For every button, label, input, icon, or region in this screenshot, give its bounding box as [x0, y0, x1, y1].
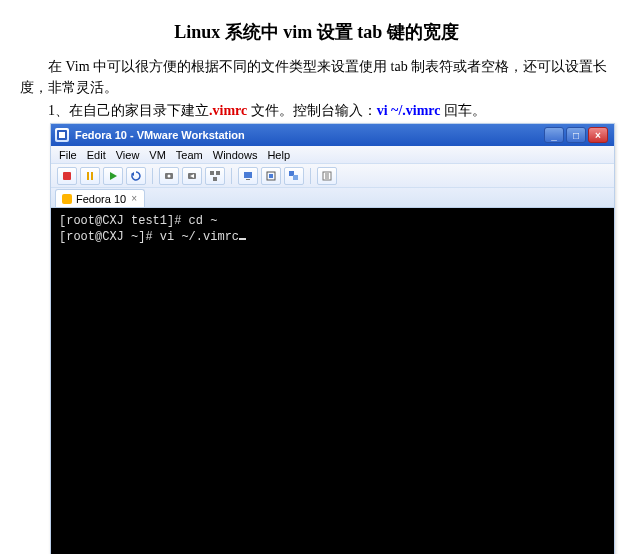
svg-rect-2: [63, 172, 71, 180]
svg-rect-3: [87, 172, 89, 180]
paragraph-step1: 1、在自己的家目录下建立.vimrc 文件。控制台输入：vi ~/.vimrc …: [10, 100, 623, 121]
summary-button[interactable]: [317, 167, 337, 185]
svg-rect-11: [210, 171, 214, 175]
menu-view[interactable]: View: [116, 149, 140, 161]
tab-bar: Fedora 10 ×: [51, 188, 614, 208]
terminal-line-2: [root@CXJ ~]# vi ~/.vimrc: [59, 230, 239, 244]
p2-text-a: 1、在自己的家目录下建立: [48, 103, 209, 118]
terminal[interactable]: [root@CXJ test1]# cd ~ [root@CXJ ~]# vi …: [51, 208, 614, 554]
menu-edit[interactable]: Edit: [87, 149, 106, 161]
snapshot-revert-button[interactable]: [182, 167, 202, 185]
fullscreen-button[interactable]: [261, 167, 281, 185]
menu-file[interactable]: File: [59, 149, 77, 161]
menu-team[interactable]: Team: [176, 149, 203, 161]
tab-label: Fedora 10: [76, 193, 126, 205]
svg-rect-14: [244, 172, 252, 178]
toolbar-separator: [231, 168, 232, 184]
svg-rect-13: [213, 177, 217, 181]
toolbar-separator: [310, 168, 311, 184]
terminal-line-1: [root@CXJ test1]# cd ~: [59, 214, 217, 228]
window-title: Fedora 10 - VMware Workstation: [75, 129, 544, 141]
maximize-button[interactable]: □: [566, 127, 586, 143]
p2-vimrc-red: .vimrc: [209, 103, 247, 118]
menu-windows[interactable]: Windows: [213, 149, 258, 161]
show-console-button[interactable]: [238, 167, 258, 185]
menubar: File Edit View VM Team Windows Help: [51, 146, 614, 164]
page-title: Linux 系统中 vim 设置 tab 键的宽度: [10, 20, 623, 44]
tab-close-button[interactable]: ×: [130, 193, 138, 204]
svg-rect-17: [269, 174, 273, 178]
snapshot-manager-button[interactable]: [205, 167, 225, 185]
tab-fedora10[interactable]: Fedora 10 ×: [55, 189, 145, 207]
svg-rect-15: [246, 179, 250, 180]
toolbar-separator: [152, 168, 153, 184]
close-button[interactable]: ×: [588, 127, 608, 143]
reset-button[interactable]: [126, 167, 146, 185]
titlebar[interactable]: Fedora 10 - VMware Workstation _ □ ×: [51, 124, 614, 146]
power-on-button[interactable]: [103, 167, 123, 185]
paragraph-intro: 在 Vim 中可以很方便的根据不同的文件类型来设置使用 tab 制表符或者空格，…: [10, 56, 623, 98]
vmware-app-icon: [55, 128, 69, 142]
p2-cmd-blue: vi ~/.vimrc: [377, 103, 441, 118]
power-off-button[interactable]: [57, 167, 77, 185]
minimize-button[interactable]: _: [544, 127, 564, 143]
fedora-icon: [62, 194, 72, 204]
snapshot-button[interactable]: [159, 167, 179, 185]
p2-text-b: 文件。控制台输入：: [247, 103, 377, 118]
svg-rect-19: [293, 175, 298, 180]
window-buttons: _ □ ×: [544, 127, 608, 143]
menu-help[interactable]: Help: [267, 149, 290, 161]
suspend-button[interactable]: [80, 167, 100, 185]
cursor: [239, 238, 246, 240]
vmware-window: Fedora 10 - VMware Workstation _ □ × Fil…: [50, 123, 615, 554]
svg-marker-5: [110, 172, 117, 180]
svg-rect-4: [91, 172, 93, 180]
svg-rect-1: [59, 132, 65, 138]
menu-vm[interactable]: VM: [149, 149, 166, 161]
unity-button[interactable]: [284, 167, 304, 185]
toolbar: [51, 164, 614, 188]
svg-rect-12: [216, 171, 220, 175]
p2-text-c: 回车。: [441, 103, 487, 118]
svg-point-8: [168, 174, 171, 177]
